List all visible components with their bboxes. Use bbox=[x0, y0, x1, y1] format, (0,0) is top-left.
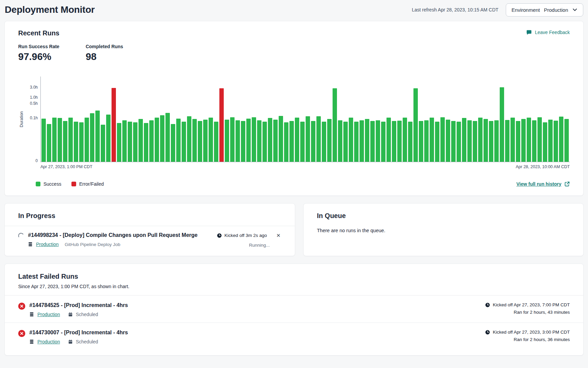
y-tick-label: 0 bbox=[35, 158, 38, 163]
run-duration-chart: Duration 3.0h1.0h0.5h0.1h0 bbox=[18, 76, 570, 162]
chart-bar-success bbox=[279, 116, 283, 162]
chart-bar-success bbox=[327, 119, 332, 162]
chart-bar-success bbox=[95, 111, 100, 162]
chart-bar-success bbox=[182, 122, 186, 162]
chart-bar-success bbox=[198, 121, 202, 162]
chart-bar-success bbox=[333, 88, 337, 162]
chart-bar-success bbox=[268, 118, 272, 162]
chart-bar-success bbox=[494, 120, 499, 162]
environment-link[interactable]: Production bbox=[37, 312, 60, 317]
environment-link[interactable]: Production bbox=[37, 339, 60, 344]
chart-bar-success bbox=[473, 121, 477, 162]
chart-bar-success bbox=[527, 118, 531, 162]
chart-bar-success bbox=[505, 120, 509, 162]
legend-swatch-success bbox=[36, 182, 40, 186]
metric-completed-runs-value: 98 bbox=[86, 51, 123, 62]
chart-bar-success bbox=[457, 122, 461, 162]
ran-for-text: Ran for 2 hours, 36 minutes bbox=[514, 337, 570, 342]
chart-bar-success bbox=[370, 121, 375, 162]
chart-bar-success bbox=[532, 120, 536, 162]
chart-bar-success bbox=[338, 120, 342, 162]
clock-icon bbox=[485, 303, 490, 307]
chart-bar-success bbox=[500, 87, 504, 162]
chart-bar-success bbox=[187, 116, 191, 162]
ran-for-text: Ran for 2 hours, 43 minutes bbox=[514, 310, 570, 315]
chart-bar-success bbox=[295, 118, 299, 162]
chart-bar-success bbox=[41, 119, 46, 162]
chart-bar-failed bbox=[112, 88, 116, 162]
database-icon bbox=[29, 339, 34, 344]
in-progress-run-row: #144998234 - [Deploy] Compile Changes up… bbox=[18, 232, 281, 248]
metric-completed-runs: Completed Runs 98 bbox=[86, 44, 123, 62]
header-right: Last refresh Apr 28, 2023, 10:15 AM CDT … bbox=[412, 3, 583, 17]
environment-label: Environment bbox=[512, 7, 540, 13]
failed-runs-subtitle: Since Apr 27, 2023, 1:00 PM CDT, as show… bbox=[18, 284, 570, 289]
legend-label-success: Success bbox=[43, 181, 61, 187]
metric-success-rate-value: 97.96% bbox=[18, 51, 59, 62]
chart-bar-success bbox=[128, 122, 132, 162]
y-tick-label: 3.0h bbox=[30, 85, 38, 90]
metric-completed-runs-label: Completed Runs bbox=[86, 44, 123, 49]
chart-bar-success bbox=[386, 118, 391, 162]
chart-bar-success bbox=[376, 120, 380, 162]
chart-bar-success bbox=[430, 118, 434, 162]
kicked-off-text: Kicked off Apr 27, 2023, 3:00 PM CDT bbox=[493, 330, 570, 335]
chart-bar-success bbox=[413, 88, 418, 162]
chart-bar-success bbox=[74, 122, 78, 162]
chart-bar-success bbox=[68, 118, 73, 162]
calendar-icon bbox=[68, 339, 73, 344]
chart-bar-success bbox=[537, 117, 542, 162]
trigger-text: Scheduled bbox=[76, 312, 98, 317]
chart-bar-success bbox=[392, 121, 396, 162]
chart-bar-success bbox=[354, 122, 359, 162]
environment-selector[interactable]: Environment Production bbox=[506, 3, 583, 17]
chart-bar-success bbox=[397, 121, 402, 162]
in-queue-title: In Queue bbox=[317, 212, 570, 220]
chart-bar-success bbox=[241, 121, 245, 162]
chart-bar-success bbox=[230, 117, 235, 162]
chart-bar-success bbox=[133, 122, 137, 162]
chart-bar-success bbox=[176, 119, 181, 162]
chart-legend: Success Error/Failed bbox=[36, 181, 104, 187]
view-full-run-history-link[interactable]: View full run history bbox=[516, 181, 570, 187]
chart-bar-success bbox=[149, 120, 154, 162]
chart-bar-success bbox=[408, 122, 412, 162]
chart-bar-success bbox=[322, 122, 326, 162]
divider bbox=[5, 226, 295, 226]
chart-bar-success bbox=[284, 122, 288, 162]
chart-bar-success bbox=[446, 120, 450, 162]
chart-bar-success bbox=[521, 119, 526, 162]
chart-bar-success bbox=[343, 122, 348, 162]
leave-feedback-link[interactable]: Leave Feedback bbox=[526, 29, 570, 35]
metrics-row: Run Success Rate 97.96% Completed Runs 9… bbox=[18, 44, 570, 62]
chart-bar-success bbox=[192, 119, 197, 162]
error-x-icon bbox=[18, 303, 25, 310]
chart-bar-success bbox=[451, 121, 456, 162]
environment-link[interactable]: Production bbox=[36, 242, 59, 247]
chart-bar-success bbox=[462, 118, 466, 162]
chart-bar-success bbox=[435, 122, 439, 162]
legend-item-failed: Error/Failed bbox=[71, 181, 104, 187]
metric-success-rate-label: Run Success Rate bbox=[18, 44, 59, 49]
in-progress-run-title: #144998234 - [Deploy] Compile Changes up… bbox=[28, 232, 217, 238]
chart-bar-success bbox=[106, 115, 111, 162]
chart-bar-success bbox=[144, 123, 148, 162]
chart-bar-failed bbox=[219, 88, 224, 162]
close-icon[interactable]: ✕ bbox=[276, 232, 281, 239]
chart-bar-success bbox=[316, 116, 321, 162]
chart-bar-success bbox=[90, 113, 94, 162]
recent-runs-card: Recent Runs Leave Feedback Run Success R… bbox=[4, 21, 584, 196]
chart-bar-success bbox=[171, 124, 175, 162]
in-progress-card: In Progress #144998234 - [Deploy] Compil… bbox=[4, 203, 295, 256]
legend-item-success: Success bbox=[36, 181, 61, 187]
queue-empty-message: There are no runs in the queue. bbox=[317, 228, 570, 233]
chart-bar-success bbox=[101, 125, 105, 162]
failed-run-title: #144730007 - [Prod] Incremental - 4hrs bbox=[29, 330, 485, 336]
failed-run-row: #144730007 - [Prod] Incremental - 4hrs P… bbox=[18, 323, 570, 350]
job-name: GitHub Pipeline Deploy Job bbox=[65, 242, 120, 247]
environment-value: Production bbox=[544, 7, 568, 13]
chart-bar-success bbox=[349, 118, 353, 162]
chart-x-labels: Apr 27, 2023, 1:00 PM CDT Apr 28, 2023, … bbox=[40, 164, 570, 169]
database-icon bbox=[28, 242, 33, 247]
chart-bar-success bbox=[273, 120, 278, 162]
